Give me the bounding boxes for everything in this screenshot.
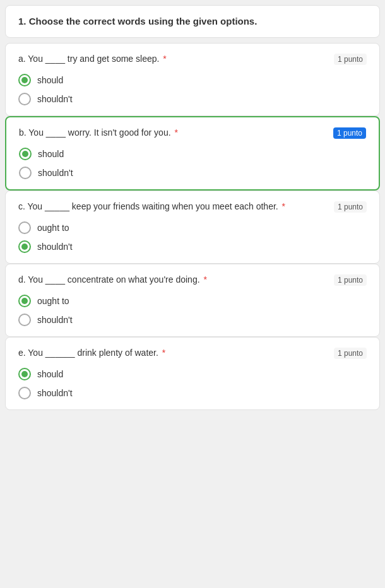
options-list-d: ought toshouldn't <box>18 295 367 326</box>
option-item-e-0[interactable]: should <box>18 368 367 380</box>
radio-inner-e-0 <box>21 371 28 377</box>
option-label-b-1: shouldn't <box>38 168 73 178</box>
radio-inner-b-0 <box>22 151 28 157</box>
required-star-b: * <box>172 127 178 138</box>
option-item-d-0[interactable]: ought to <box>18 295 367 307</box>
radio-outer-e-1[interactable] <box>18 387 31 399</box>
options-list-b: shouldshouldn't <box>19 148 366 179</box>
section-header: 1. Choose the correct words using the gi… <box>5 5 380 38</box>
option-label-c-1: shouldn't <box>37 242 73 252</box>
question-card-a: a. You ____ try and get some sleep. *1 p… <box>5 43 380 116</box>
question-text-a: a. You ____ try and get some sleep. * <box>18 54 334 64</box>
question-text-e: e. You ______ drink plenty of water. * <box>18 348 334 358</box>
options-list-c: ought toshouldn't <box>18 221 367 253</box>
points-badge-a: 1 punto <box>334 54 367 65</box>
option-item-b-1[interactable]: shouldn't <box>19 167 366 179</box>
radio-outer-e-0[interactable] <box>18 368 31 380</box>
radio-outer-d-0[interactable] <box>18 295 31 307</box>
option-label-d-1: shouldn't <box>37 315 73 325</box>
option-label-d-0: ought to <box>37 296 69 306</box>
question-text-d: d. You ____ concentrate on what you're d… <box>18 274 334 285</box>
points-badge-c: 1 punto <box>334 201 367 213</box>
question-header-c: c. You _____ keep your friends waiting w… <box>18 201 367 213</box>
option-item-a-1[interactable]: shouldn't <box>18 93 367 105</box>
question-card-c: c. You _____ keep your friends waiting w… <box>5 191 380 264</box>
required-star-a: * <box>160 54 166 64</box>
option-label-e-0: should <box>37 369 63 379</box>
required-star-e: * <box>160 348 165 358</box>
option-label-c-0: ought to <box>37 223 69 233</box>
question-text-b: b. You ____ worry. It isn't good for you… <box>19 127 333 138</box>
radio-outer-b-1[interactable] <box>19 167 32 179</box>
questions-container: a. You ____ try and get some sleep. *1 p… <box>5 43 380 410</box>
option-label-e-1: shouldn't <box>37 388 73 398</box>
radio-inner-d-0 <box>21 298 28 304</box>
page-container: 1. Choose the correct words using the gi… <box>0 0 385 415</box>
radio-outer-b-0[interactable] <box>19 148 32 160</box>
option-item-c-0[interactable]: ought to <box>18 221 367 234</box>
question-header-b: b. You ____ worry. It isn't good for you… <box>19 127 366 139</box>
option-item-d-1[interactable]: shouldn't <box>18 314 367 326</box>
option-label-a-0: should <box>37 75 63 85</box>
question-header-a: a. You ____ try and get some sleep. *1 p… <box>18 54 367 65</box>
question-card-e: e. You ______ drink plenty of water. *1 … <box>5 337 380 410</box>
options-list-e: shouldshouldn't <box>18 368 367 399</box>
required-star-d: * <box>201 274 207 285</box>
question-text-c: c. You _____ keep your friends waiting w… <box>18 201 334 211</box>
option-item-b-0[interactable]: should <box>19 148 366 160</box>
radio-outer-a-0[interactable] <box>18 74 31 86</box>
required-star-c: * <box>280 201 285 211</box>
question-card-d: d. You ____ concentrate on what you're d… <box>5 264 380 337</box>
option-item-a-0[interactable]: should <box>18 74 367 86</box>
section-title: 1. Choose the correct words using the gi… <box>18 16 257 26</box>
radio-outer-d-1[interactable] <box>18 314 31 326</box>
option-label-b-0: should <box>38 149 64 159</box>
option-item-c-1[interactable]: shouldn't <box>18 240 367 253</box>
radio-outer-c-0[interactable] <box>18 221 31 234</box>
option-label-a-1: shouldn't <box>37 94 73 104</box>
question-card-b: b. You ____ worry. It isn't good for you… <box>5 116 380 191</box>
option-item-e-1[interactable]: shouldn't <box>18 387 367 399</box>
radio-outer-c-1[interactable] <box>18 240 31 253</box>
points-badge-b: 1 punto <box>333 127 366 139</box>
radio-inner-a-0 <box>21 77 28 83</box>
question-header-d: d. You ____ concentrate on what you're d… <box>18 274 367 286</box>
radio-outer-a-1[interactable] <box>18 93 31 105</box>
question-header-e: e. You ______ drink plenty of water. *1 … <box>18 348 367 359</box>
points-badge-e: 1 punto <box>334 348 367 359</box>
radio-inner-c-1 <box>21 244 28 250</box>
points-badge-d: 1 punto <box>334 274 367 286</box>
options-list-a: shouldshouldn't <box>18 74 367 105</box>
